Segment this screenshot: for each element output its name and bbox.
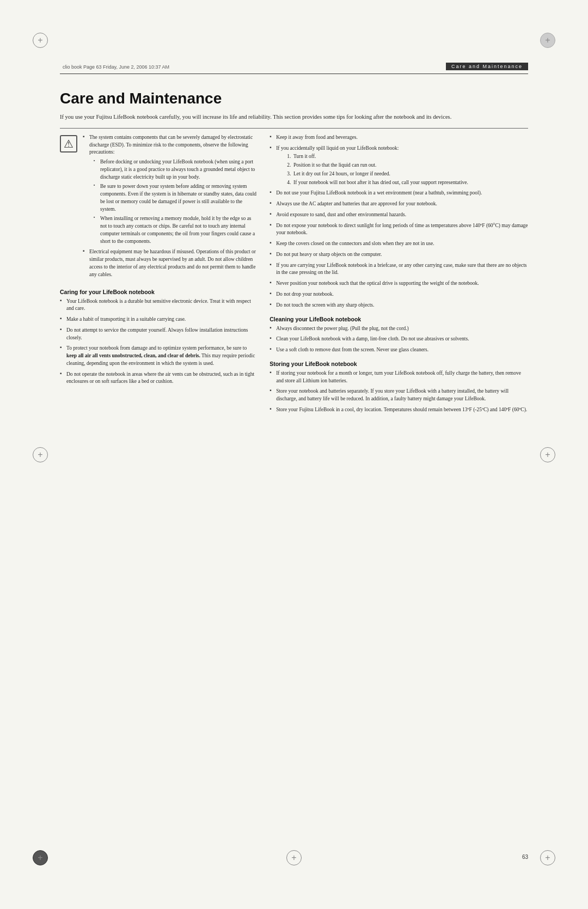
rb-sand: Avoid exposure to sand, dust and other e… [270,211,528,219]
warning-bullets: The system contains components that can … [83,134,256,279]
spill-step-4: 4. If your notebook will not boot after … [278,179,528,187]
caring-bullet-1: Your LifeBook notebook is a durable but … [60,298,256,313]
page-number: 63 [522,854,528,860]
file-info: clio book Page 63 Friday, June 2, 2006 1… [60,64,169,70]
page: clio book Page 63 Friday, June 2, 2006 1… [0,0,588,909]
corner-mark-bm [286,850,302,865]
spill-step-3: 3. Let it dry out for 24 hours, or longe… [278,170,528,178]
warning-content: The system contains components that can … [83,134,256,282]
rb-covers: Keep the covers closed on the connectors… [270,240,528,248]
caring-bullet-5: Do not operate the notebook in areas whe… [60,371,256,386]
rb-screen: Do not touch the screen with any sharp o… [270,302,528,309]
corner-mark-bl [33,850,48,865]
rb-heavy: Do not put heavy or sharp objects on the… [270,251,528,259]
cleaning-bullet-1: Always disconnect the power plug. (Pull … [270,325,528,333]
cleaning-bullet-2: Clean your LifeBook notebook with a damp… [270,335,528,343]
left-column: ⚠ The system contains components that ca… [60,134,256,417]
storing-bullet-2: Store your notebook and batteries separa… [270,388,528,403]
rb-spill: If you accidentally spill liquid on your… [270,145,528,187]
caring-heading: Caring for your LifeBook notebook [60,289,256,295]
corner-mark-tl [33,33,48,48]
intro-paragraph: If you use your Fujitsu LifeBook noteboo… [60,113,528,121]
spill-steps: 1. Turn it off. 2. Position it so that t… [278,153,528,186]
caring-bullet-3: Do not attempt to service the computer y… [60,327,256,342]
bold-vents: keep all air all vents unobstructed, cle… [66,353,200,358]
spill-step-2: 2. Position it so that the liquid can ru… [278,162,528,169]
storing-bullet-3: Store your Fujitsu LifeBook in a cool, d… [270,406,528,414]
corner-mark-ml [33,447,48,462]
right-bullets: Keep it away from food and beverages. If… [270,134,528,309]
rb-sunlight: Do not expose your notebook to direct su… [270,222,528,237]
warning-icon: ⚠ [60,135,77,152]
rb-optical: Never position your notebook such that t… [270,280,528,288]
storing-bullet-1: If storing your notebook for a month or … [270,370,528,385]
rb-briefcase: If you are carrying your LifeBook notebo… [270,262,528,277]
caring-bullet-2: Make a habit of transporting it in a sui… [60,316,256,324]
content-area: Care and Maintenance If you use your Fuj… [60,84,528,844]
spill-step-1: 1. Turn it off. [278,153,528,161]
cleaning-heading: Cleaning your LifeBook notebook [270,316,528,322]
caring-bullet-4: To protect your notebook from damage and… [60,345,256,367]
storing-bullets: If storing your notebook for a month or … [270,370,528,414]
sub-bullet-memory: When installing or removing a memory mod… [94,215,256,245]
content-divider [60,128,528,129]
cleaning-bullet-3: Use a soft cloth to remove dust from the… [270,346,528,354]
caring-bullets: Your LifeBook notebook is a durable but … [60,298,256,386]
corner-mark-tr [540,33,555,48]
rb-wet: Do not use your Fujitsu LifeBook noteboo… [270,190,528,197]
rb-food: Keep it away from food and beverages. [270,134,528,142]
cleaning-bullets: Always disconnect the power plug. (Pull … [270,325,528,354]
top-rule [60,74,528,74]
warning-bullet-2: Electrical equipment may be hazardous if… [83,248,256,278]
sub-bullets-esd: Before docking or undocking your LifeBoo… [94,158,256,245]
storing-heading: Storing your LifeBook notebook [270,361,528,367]
sub-bullet-powerdown: Be sure to power down your system before… [94,183,256,213]
sub-bullet-docking: Before docking or undocking your LifeBoo… [94,158,256,181]
two-column-layout: ⚠ The system contains components that ca… [60,134,528,417]
warning-bullet-1: The system contains components that can … [83,134,256,246]
right-column: Keep it away from food and beverages. If… [270,134,528,417]
page-title: Care and Maintenance [60,90,528,107]
rb-drop: Do not drop your notebook. [270,291,528,298]
corner-mark-br [540,850,555,865]
corner-mark-mr [540,447,555,462]
section-label-bar: Care and Maintenance [446,63,528,70]
warning-section: ⚠ The system contains components that ca… [60,134,256,282]
rb-ac: Always use the AC adapter and batteries … [270,200,528,208]
